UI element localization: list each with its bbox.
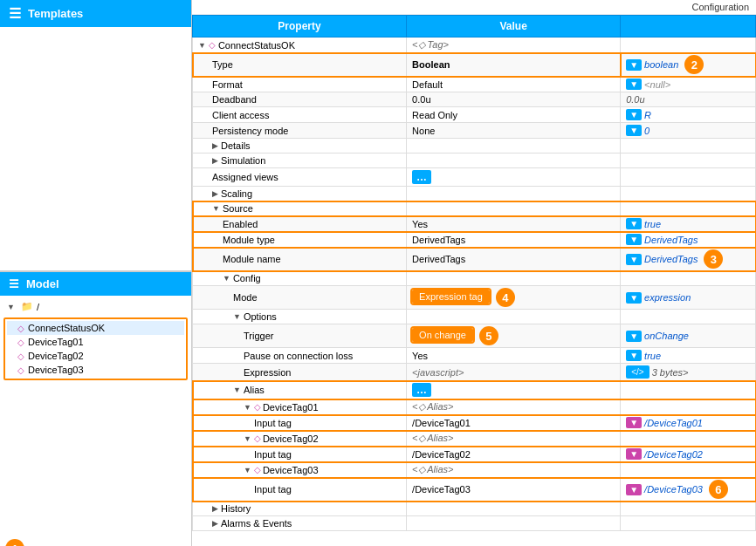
table-row-assigned-views: Assigned views … bbox=[193, 168, 756, 187]
tree-root[interactable]: ▼ 📁 / bbox=[3, 299, 188, 314]
dt03-collapse-icon[interactable]: ▼ bbox=[244, 466, 251, 474]
extra-deadband: 0.0u bbox=[621, 92, 756, 107]
extra-expression: </> 3 bytes> bbox=[621, 364, 756, 381]
dt01-collapse-icon[interactable]: ▼ bbox=[244, 403, 251, 412]
prop-persistency: Persistency mode bbox=[193, 123, 407, 139]
format-value-text: <null> bbox=[644, 79, 670, 90]
tree-label-connectstatusok: ConnectStatusOK bbox=[28, 323, 105, 333]
module-name-dropdown-btn[interactable]: ▼ bbox=[626, 254, 642, 265]
badge-4: 4 bbox=[496, 288, 515, 307]
config-collapse-icon[interactable]: ▼ bbox=[223, 274, 230, 283]
extra-dt03-input: ▼ /DeviceTag03 6 bbox=[621, 478, 756, 502]
persistency-dropdown-btn[interactable]: ▼ bbox=[626, 125, 642, 136]
type-dropdown-btn[interactable]: ▼ bbox=[626, 59, 642, 71]
trigger-dropdown-btn[interactable]: ▼ bbox=[626, 331, 642, 342]
value-alias: … bbox=[407, 381, 621, 399]
extra-scaling bbox=[621, 187, 756, 201]
mode-label: Mode bbox=[233, 292, 258, 303]
property-table-container: Property Value ▼ ◇ ConnectStatusOK bbox=[192, 15, 756, 546]
templates-header: ☰ Templates bbox=[0, 0, 191, 27]
table-row-deadband: Deadband 0.0u 0.0u bbox=[193, 92, 756, 107]
type-label: Type bbox=[212, 59, 233, 70]
value-config bbox=[407, 271, 621, 286]
alias-btn[interactable]: … bbox=[412, 383, 431, 397]
table-row-dt03-input: Input tag /DeviceTag03 ▼ /DeviceTag03 6 bbox=[193, 478, 756, 502]
dt02-tag-icon: ◇ bbox=[254, 433, 261, 443]
extra-client-access: ▼ R bbox=[621, 107, 756, 123]
table-row-dt01-input: Input tag /DeviceTag01 ▼ /DeviceTag01 bbox=[193, 415, 756, 431]
tree-item-connectstatusok[interactable]: ◇ ConnectStatusOK bbox=[7, 321, 184, 335]
mode-value-btn[interactable]: Expression tag bbox=[412, 290, 490, 304]
dt02-input-dropdown-btn[interactable]: ▼ bbox=[626, 448, 642, 460]
alias-collapse-icon[interactable]: ▼ bbox=[233, 386, 241, 394]
format-dropdown-btn[interactable]: ▼ bbox=[626, 78, 642, 90]
table-row-format: Format Default ▼ <null> bbox=[193, 77, 756, 92]
badge-5: 5 bbox=[479, 326, 498, 345]
details-expand-icon[interactable]: ▶ bbox=[212, 141, 218, 150]
enabled-dropdown-btn[interactable]: ▼ bbox=[626, 218, 642, 229]
extra-persistency: ▼ 0 bbox=[621, 123, 756, 139]
dt02-input-label: Input tag bbox=[254, 449, 292, 460]
table-row-history: ▶ History bbox=[193, 502, 756, 516]
collapse-icon[interactable]: ▼ bbox=[198, 41, 206, 50]
options-label: Options bbox=[244, 311, 277, 322]
badge-3: 3 bbox=[704, 249, 723, 269]
pause-label: Pause on connection loss bbox=[244, 351, 353, 361]
extra-module-type: ▼ DerivedTags bbox=[621, 232, 756, 248]
history-expand-icon[interactable]: ▶ bbox=[212, 504, 218, 513]
client-access-value-text: R bbox=[644, 110, 651, 120]
source-collapse-icon[interactable]: ▼ bbox=[212, 204, 220, 213]
scaling-expand-icon[interactable]: ▶ bbox=[212, 189, 218, 198]
expression-code-btn[interactable]: </> bbox=[626, 365, 649, 379]
prop-history: ▶ History bbox=[193, 502, 407, 516]
prop-dt03-input: Input tag bbox=[193, 478, 407, 502]
table-row-expression: Expression <javascript> </> 3 bytes> bbox=[193, 364, 756, 381]
model-label: Model bbox=[26, 277, 59, 290]
tree-item-devicetag01[interactable]: ◇ DeviceTag01 bbox=[7, 335, 184, 349]
tree-label-devicetag03: DeviceTag03 bbox=[28, 365, 84, 375]
table-row: ▼ ◇ ConnectStatusOK <◇ Tag> bbox=[193, 38, 756, 53]
dt02-input-value-text: /DeviceTag02 bbox=[644, 449, 703, 460]
dt03-tag-icon: ◇ bbox=[254, 465, 261, 474]
extra-history bbox=[621, 502, 756, 516]
options-collapse-icon[interactable]: ▼ bbox=[233, 312, 241, 321]
model-tree-items: ◇ ConnectStatusOK ◇ DeviceTag01 ◇ Device… bbox=[3, 317, 188, 380]
prop-module-name: Module name bbox=[193, 248, 407, 271]
alarms-expand-icon[interactable]: ▶ bbox=[212, 519, 218, 528]
extra-module-name: ▼ DerivedTags 3 bbox=[621, 248, 756, 271]
module-type-dropdown-btn[interactable]: ▼ bbox=[626, 234, 642, 245]
dt01-alias-label: DeviceTag01 bbox=[263, 402, 319, 413]
value-cell: <◇ Tag> bbox=[407, 38, 621, 53]
tag-icon-connectstatusok: ◇ bbox=[17, 324, 24, 333]
prop-scaling: ▶ Scaling bbox=[193, 187, 407, 201]
assigned-views-btn[interactable]: … bbox=[412, 170, 431, 184]
model-hamburger-icon[interactable]: ☰ bbox=[9, 277, 19, 290]
pause-dropdown-btn[interactable]: ▼ bbox=[626, 350, 642, 361]
extra-dt03-alias bbox=[621, 462, 756, 478]
extra-mode: ▼ expression bbox=[621, 286, 756, 310]
prop-dt02-alias: ▼ ◇ DeviceTag02 bbox=[193, 431, 407, 447]
value-source bbox=[407, 201, 621, 216]
extra-format: ▼ <null> bbox=[621, 77, 756, 92]
hamburger-icon[interactable]: ☰ bbox=[9, 5, 21, 22]
simulation-expand-icon[interactable]: ▶ bbox=[212, 156, 218, 165]
dt01-input-dropdown-btn[interactable]: ▼ bbox=[626, 417, 642, 428]
trigger-label: Trigger bbox=[244, 331, 273, 341]
prop-config: ▼ Config bbox=[193, 271, 407, 286]
tree-item-devicetag03[interactable]: ◇ DeviceTag03 bbox=[7, 363, 184, 377]
tree-label-devicetag01: DeviceTag01 bbox=[28, 337, 84, 347]
table-row-module-name: Module name DerivedTags ▼ DerivedTags 3 bbox=[193, 248, 756, 271]
dt02-alias-label: DeviceTag02 bbox=[263, 433, 319, 444]
dt01-tag-icon: ◇ bbox=[254, 402, 261, 412]
tree-item-devicetag02[interactable]: ◇ DeviceTag02 bbox=[7, 349, 184, 363]
dt02-collapse-icon[interactable]: ▼ bbox=[244, 434, 251, 443]
client-access-dropdown-btn[interactable]: ▼ bbox=[626, 109, 642, 120]
value-simulation bbox=[407, 154, 621, 168]
mode-dropdown-btn[interactable]: ▼ bbox=[626, 292, 642, 304]
trigger-value-btn[interactable]: On change bbox=[412, 328, 473, 342]
persistency-label: Persistency mode bbox=[212, 126, 288, 136]
templates-area bbox=[0, 27, 191, 272]
dt01-input-value-text: /DeviceTag01 bbox=[644, 418, 703, 428]
config-label: Config bbox=[233, 273, 261, 283]
dt03-input-dropdown-btn[interactable]: ▼ bbox=[626, 484, 642, 495]
